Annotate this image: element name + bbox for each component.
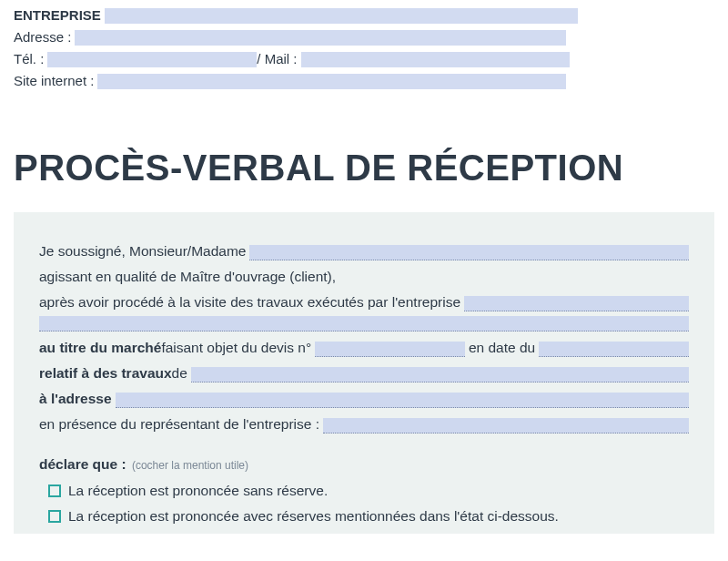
field-representant[interactable]	[323, 418, 689, 434]
field-adresse-body[interactable]	[116, 393, 689, 408]
label-avec-reserves: La réception est prononcée avec réserves…	[68, 505, 559, 528]
label-sans-reserve: La réception est prononcée sans réserve.	[68, 479, 328, 503]
line-representant: en présence du représentant de l'entrepr…	[39, 413, 689, 436]
label-entreprise: ENTREPRISE	[14, 5, 101, 26]
field-entreprise-body[interactable]	[464, 296, 689, 311]
declare-block: déclare que : (cocher la mention utile) …	[39, 453, 689, 528]
label-site: Site internet :	[14, 71, 94, 91]
company-header: ENTREPRISE Adresse : Tél. : / Mail : Sit…	[0, 0, 728, 91]
line-qualite: agissant en qualité de Maître d'ouvrage …	[39, 265, 689, 289]
text-date: en date du	[469, 336, 535, 360]
row-tel-mail: Tél. : / Mail :	[14, 49, 714, 69]
line-adresse: à l'adresse	[39, 387, 689, 411]
field-site[interactable]	[97, 74, 566, 89]
checkbox-sans-reserve[interactable]	[48, 484, 61, 497]
label-mail: / Mail :	[257, 49, 297, 69]
declare-label: déclare que :	[39, 456, 126, 472]
main-panel: Je soussigné, Monsieur/Madame agissant e…	[14, 212, 714, 534]
field-entreprise[interactable]	[105, 8, 578, 24]
field-travaux[interactable]	[191, 367, 689, 382]
field-tel[interactable]	[47, 52, 257, 67]
field-nom[interactable]	[249, 245, 689, 260]
text-qualite: agissant en qualité de Maître d'ouvrage …	[39, 265, 336, 289]
declare-hint: (cocher la mention utile)	[132, 459, 248, 472]
text-representant: en présence du représentant de l'entrepr…	[39, 413, 319, 436]
text-visite: après avoir procédé à la visite des trav…	[39, 291, 460, 314]
field-date[interactable]	[539, 342, 689, 357]
checkbox-avec-reserves[interactable]	[48, 510, 61, 523]
label-tel: Tél. :	[14, 49, 44, 69]
line-marche: au titre du marché faisant objet du devi…	[39, 336, 689, 360]
text-travaux-de: de	[172, 362, 187, 385]
field-adresse[interactable]	[75, 30, 566, 46]
field-devis[interactable]	[315, 342, 465, 357]
line-entreprise-cont	[39, 316, 689, 334]
row-site: Site internet :	[14, 71, 714, 91]
checkbox-row-1: La réception est prononcée sans réserve.	[39, 479, 689, 503]
text-devis: faisant objet du devis n°	[161, 336, 311, 360]
text-soussigne: Je soussigné, Monsieur/Madame	[39, 240, 246, 263]
field-mail[interactable]	[301, 52, 570, 67]
line-visite: après avoir procédé à la visite des trav…	[39, 291, 689, 314]
line-travaux: relatif à des travaux de	[39, 362, 689, 385]
row-entreprise: ENTREPRISE	[14, 5, 714, 26]
label-adresse: Adresse :	[14, 27, 71, 47]
declare-heading: déclare que : (cocher la mention utile)	[39, 453, 689, 477]
field-entreprise-cont[interactable]	[39, 316, 689, 332]
row-adresse: Adresse :	[14, 27, 714, 47]
document-title: PROCÈS-VERBAL DE RÉCEPTION	[0, 93, 728, 212]
text-adresse-bold: à l'adresse	[39, 387, 112, 411]
text-travaux-bold: relatif à des travaux	[39, 362, 172, 385]
line-soussigne: Je soussigné, Monsieur/Madame	[39, 240, 689, 263]
checkbox-row-2: La réception est prononcée avec réserves…	[39, 505, 689, 528]
text-marche-bold: au titre du marché	[39, 336, 161, 360]
